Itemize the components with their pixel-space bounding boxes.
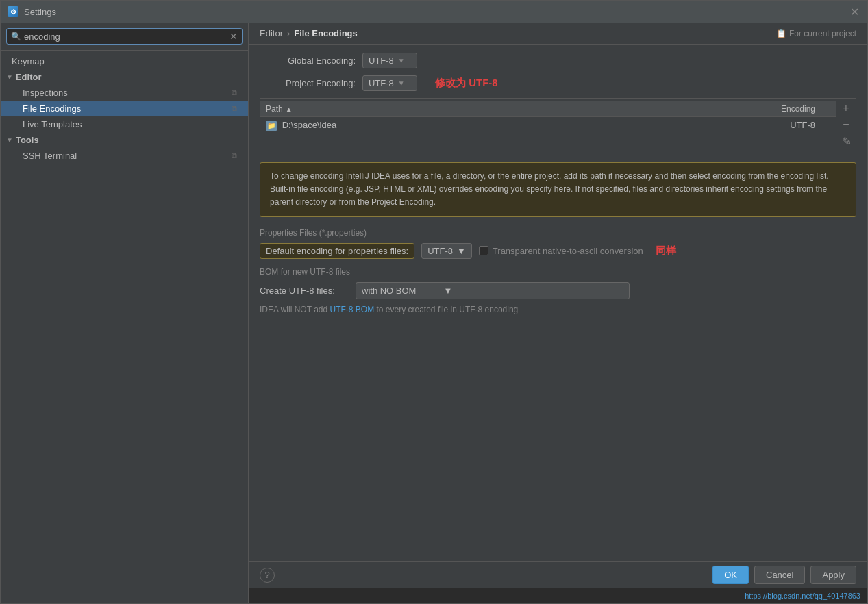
sort-icon: ▲ <box>286 105 293 113</box>
bottom-bar: ? OK Cancel Apply <box>249 561 867 588</box>
annotation-utf8: 修改为 UTF-8 <box>435 77 498 90</box>
project-encoding-arrow: ▼ <box>398 79 405 87</box>
create-utf8-dropdown[interactable]: with NO BOM ▼ <box>356 282 630 299</box>
breadcrumb-action: 📋 For current project <box>776 29 856 38</box>
search-icon: 🔍 <box>11 32 21 41</box>
path-column-header[interactable]: Path ▲ <box>260 101 663 117</box>
global-encoding-row: Global Encoding: UTF-8 ▼ <box>260 53 856 68</box>
create-utf8-label: Create UTF-8 files: <box>260 286 349 296</box>
search-box: 🔍 ✕ <box>1 23 248 51</box>
title-bar-left: ⚙ Settings <box>8 6 56 17</box>
table-header-row: Path ▲ Encoding <box>260 101 836 117</box>
keymap-label: Keymap <box>12 56 237 66</box>
bom-note-suffix: to every created file in UTF-8 encoding <box>377 305 519 314</box>
sidebar-item-file-encodings[interactable]: File Encodings ⧉ <box>1 101 248 116</box>
path-cell: 📁 D:\space\idea <box>260 117 663 134</box>
sidebar-item-inspections[interactable]: Inspections ⧉ <box>1 85 248 101</box>
breadcrumb-separator: › <box>287 28 290 38</box>
global-encoding-dropdown[interactable]: UTF-8 ▼ <box>362 53 417 68</box>
default-encoding-label: Default encoding for properties files: <box>260 243 414 259</box>
project-encoding-row: Project Encoding: UTF-8 ▼ 修改为 UTF-8 <box>260 75 856 91</box>
folder-icon: 📁 <box>266 121 277 131</box>
ssh-terminal-icon: ⧉ <box>232 151 237 160</box>
properties-section-label: Properties Files (*.properties) <box>260 228 856 238</box>
main-content: 🔍 ✕ Keymap ▼ Editor Inspections <box>1 23 867 603</box>
bom-section-label: BOM for new UTF-8 files <box>260 267 856 277</box>
table-actions: + − ✎ <box>836 99 856 151</box>
bom-row: Create UTF-8 files: with NO BOM ▼ <box>260 282 856 299</box>
bom-link[interactable]: UTF-8 BOM <box>330 305 374 314</box>
create-utf8-arrow: ▼ <box>443 286 452 296</box>
bom-note-prefix: IDEA will NOT add <box>260 305 330 314</box>
breadcrumb-action-label: For current project <box>789 29 856 38</box>
file-encodings-icon: ⧉ <box>232 104 237 113</box>
tools-arrow: ▼ <box>6 136 13 144</box>
help-button[interactable]: ? <box>260 568 275 583</box>
tools-label: Tools <box>16 135 237 145</box>
window-title: Settings <box>24 7 56 17</box>
sidebar-item-tools[interactable]: ▼ Tools <box>1 132 248 148</box>
default-encoding-dropdown[interactable]: UTF-8 ▼ <box>421 243 472 259</box>
project-encoding-dropdown[interactable]: UTF-8 ▼ <box>362 75 417 91</box>
default-encoding-value: UTF-8 <box>427 246 453 256</box>
add-path-button[interactable]: + <box>839 101 853 115</box>
transparent-label: Transparent native-to-ascii conversion <box>493 246 643 256</box>
project-encoding-label: Project Encoding: <box>260 78 356 88</box>
app-icon: ⚙ <box>8 6 18 17</box>
info-box: To change encoding IntelliJ IDEA uses fo… <box>260 162 856 217</box>
inspections-label: Inspections <box>23 88 232 98</box>
search-input[interactable] <box>24 32 227 42</box>
table-scroll[interactable]: Path ▲ Encoding � <box>260 99 836 151</box>
file-table-wrapper: Path ▲ Encoding � <box>260 98 856 151</box>
editor-label: Editor <box>16 72 237 82</box>
right-panel: Editor › File Encodings 📋 For current pr… <box>249 23 867 603</box>
sidebar-item-live-templates[interactable]: Live Templates <box>1 116 248 132</box>
sidebar: 🔍 ✕ Keymap ▼ Editor Inspections <box>1 23 249 603</box>
project-encoding-value: UTF-8 <box>369 78 394 88</box>
sidebar-item-keymap[interactable]: Keymap <box>1 53 248 69</box>
info-text: To change encoding IntelliJ IDEA uses fo… <box>270 171 829 207</box>
ssh-terminal-label: SSH Terminal <box>23 151 232 161</box>
breadcrumb-action-icon: 📋 <box>776 29 786 38</box>
status-url[interactable]: https://blog.csdn.net/qq_40147863 <box>745 592 860 600</box>
search-wrapper[interactable]: 🔍 ✕ <box>6 28 243 45</box>
apply-button[interactable]: Apply <box>810 566 856 584</box>
global-encoding-label: Global Encoding: <box>260 55 356 66</box>
transparent-checkbox-wrapper: Transparent native-to-ascii conversion <box>479 246 643 256</box>
create-utf8-value: with NO BOM <box>362 286 416 296</box>
breadcrumb-current: File Encodings <box>294 28 357 38</box>
title-bar: ⚙ Settings ✕ <box>1 1 867 23</box>
annotation-tongyang: 同样 <box>656 244 676 257</box>
edit-path-button[interactable]: ✎ <box>839 134 853 148</box>
properties-row: Default encoding for properties files: U… <box>260 243 856 259</box>
breadcrumb-parent: Editor <box>260 28 283 38</box>
bom-note: IDEA will NOT add UTF-8 BOM to every cre… <box>260 305 856 314</box>
live-templates-label: Live Templates <box>23 119 237 129</box>
status-bar: https://blog.csdn.net/qq_40147863 <box>249 588 867 603</box>
transparent-checkbox[interactable] <box>479 246 488 255</box>
table-row[interactable]: 📁 D:\space\idea UTF-8 <box>260 117 836 134</box>
editor-arrow: ▼ <box>6 73 13 81</box>
sidebar-item-ssh-terminal[interactable]: SSH Terminal ⧉ <box>1 148 248 164</box>
breadcrumb: Editor › File Encodings 📋 For current pr… <box>249 23 867 45</box>
default-encoding-arrow: ▼ <box>457 246 466 256</box>
file-encodings-label: File Encodings <box>23 103 232 114</box>
panel-body: Global Encoding: UTF-8 ▼ Project Encodin… <box>249 45 867 561</box>
cancel-button[interactable]: Cancel <box>754 566 805 584</box>
file-table: Path ▲ Encoding � <box>260 101 836 134</box>
settings-window: ⚙ Settings ✕ 🔍 ✕ Keymap <box>0 0 868 604</box>
inspections-icon: ⧉ <box>232 88 237 97</box>
search-clear-icon[interactable]: ✕ <box>230 31 238 42</box>
encoding-cell: UTF-8 <box>663 117 836 134</box>
nav-tree: Keymap ▼ Editor Inspections ⧉ File Encod… <box>1 51 248 603</box>
action-buttons: OK Cancel Apply <box>712 566 856 584</box>
global-encoding-value: UTF-8 <box>369 55 394 66</box>
global-encoding-arrow: ▼ <box>398 57 405 64</box>
encoding-column-header[interactable]: Encoding <box>663 101 836 117</box>
close-button[interactable]: ✕ <box>848 5 860 18</box>
sidebar-item-editor[interactable]: ▼ Editor <box>1 69 248 85</box>
ok-button[interactable]: OK <box>712 566 749 584</box>
remove-path-button[interactable]: − <box>839 118 853 131</box>
